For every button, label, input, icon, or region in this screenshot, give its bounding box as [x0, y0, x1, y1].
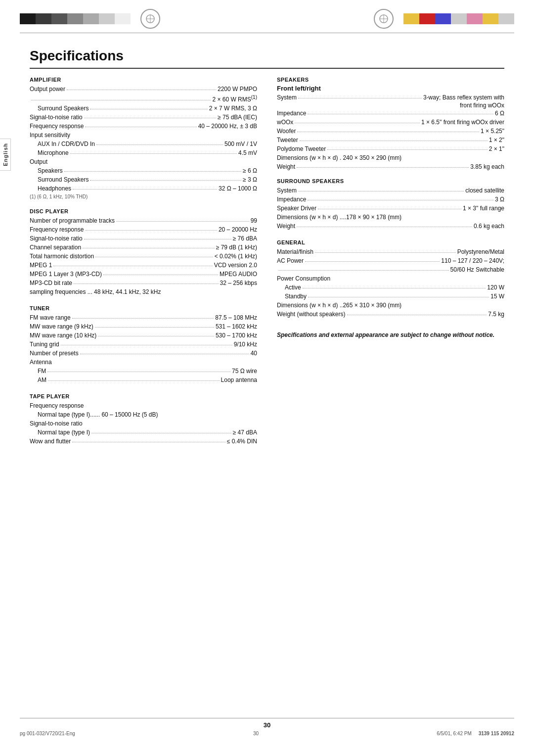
spec-plain: Signal-to-noise ratio — [30, 419, 257, 428]
spec-value: < 0.02% (1 kHz) — [215, 252, 257, 261]
color-block — [435, 13, 451, 24]
spec-dots — [47, 372, 230, 372]
color-block — [67, 13, 83, 24]
spec-value: 1 × 6.5" front firing wOOx driver — [421, 118, 504, 127]
spec-row: Number of programmable tracks 99 — [30, 216, 257, 225]
spec-label: Weight — [277, 162, 295, 171]
spec-dots — [96, 144, 223, 145]
spec-plain: Frequency response — [30, 401, 257, 410]
spec-row: AC Power 110 – 127 / 220 – 240V; — [277, 256, 504, 265]
spec-label: AUX In / CDR/DVD In — [38, 140, 95, 148]
spec-label: AC Power — [277, 256, 304, 265]
spec-label: Impedance — [277, 109, 306, 118]
spec-row: MW wave range (10 kHz) 530 – 1700 kHz — [30, 331, 257, 340]
color-block — [483, 13, 498, 24]
color-block — [36, 13, 51, 24]
spec-label: AM — [38, 376, 46, 384]
spec-label: Impedance — [277, 195, 306, 204]
spec-dots — [308, 200, 493, 200]
spec-label: System — [277, 93, 297, 102]
spec-value: 2200 W PMPO — [218, 85, 257, 94]
spec-label: Polydome Tweeter — [277, 144, 326, 153]
spec-plain: Power Consumption — [277, 274, 504, 283]
spec-label: Speaker Driver — [277, 204, 316, 213]
spec-value: 1 × 5.25" — [481, 127, 504, 136]
spec-label: Surround Speakers — [38, 175, 89, 184]
spec-label: sampling frequencies ... 48 kHz, 44.1 kH… — [30, 287, 161, 296]
tape-player-header: TAPE PLAYER — [30, 393, 257, 399]
left-column: AMPLIFIER Output power 2200 W PMPO 2 × 6… — [30, 77, 257, 446]
spec-row: Weight (without speakers) 7.5 kg — [277, 310, 504, 319]
spec-label: Active — [285, 283, 301, 292]
spec-label: Tweeter — [277, 136, 298, 144]
color-block — [83, 13, 99, 24]
spec-value: ≥ 79 dB (1 kHz) — [216, 243, 257, 252]
spec-dots — [278, 270, 449, 271]
spec-value: 3.85 kg each — [470, 162, 504, 171]
spec-row: Output power 2200 W PMPO — [30, 85, 257, 94]
spec-label: Speakers — [38, 166, 63, 175]
color-block — [451, 13, 467, 24]
spec-row: Dimensions (w × h × d) ....178 × 90 × 17… — [277, 213, 504, 222]
spec-label: System — [277, 186, 297, 195]
spec-dots — [298, 98, 422, 98]
spec-value: 15 W — [490, 292, 504, 301]
spec-label: Standby — [285, 292, 307, 301]
spec-row: Headphones 32 Ω – 1000 Ω — [30, 184, 257, 193]
color-block — [115, 13, 131, 24]
spec-row: Standby 15 W — [277, 292, 504, 301]
spec-row: Tuning grid 9/10 kHz — [30, 340, 257, 349]
spec-row: Signal-to-noise ratio ≥ 76 dBA — [30, 234, 257, 243]
spec-value: 531 – 1602 kHz — [216, 322, 257, 331]
spec-value: 32 Ω – 1000 Ω — [219, 184, 257, 193]
spec-row: Channel separation ≥ 79 dB (1 kHz) — [30, 243, 257, 252]
spec-row: 2 × 60 W RMS(1) — [30, 94, 257, 104]
spec-dots — [90, 109, 207, 109]
spec-row: Speaker Driver 1 × 3" full range — [277, 204, 504, 213]
spec-dots — [83, 248, 215, 248]
spec-label: Headphones — [38, 184, 71, 193]
spec-row: Signal-to-noise ratio ≥ 75 dBA (IEC) — [30, 113, 257, 122]
bottom-datetime: 6/5/01, 6:42 PM 3139 115 20912 — [437, 731, 514, 736]
spec-continuation: front firing wOOx — [277, 102, 504, 109]
spec-row: Number of presets 40 — [30, 349, 257, 358]
spec-value: ≥ 75 dBA (IEC) — [218, 113, 257, 122]
spec-value: ≥ 47 dBA — [233, 428, 257, 437]
spec-dots — [74, 284, 219, 284]
spec-label: Dimensions (w × h × d) ....178 × 90 × 17… — [277, 213, 401, 222]
spec-label: Number of presets — [30, 349, 79, 358]
spec-label: FM — [38, 367, 46, 376]
spec-value: 1 × 3" full range — [463, 204, 504, 213]
language-label: English — [2, 143, 8, 166]
language-tab: English — [0, 139, 11, 171]
spec-row: Normal tape (type I) ≥ 47 dBA — [30, 428, 257, 437]
spec-label: Frequency response — [30, 225, 84, 234]
spec-label: Material/finish — [277, 247, 313, 256]
spec-dots — [53, 266, 212, 266]
spec-dots — [95, 327, 214, 328]
spec-dots — [98, 336, 214, 336]
spec-dots — [305, 261, 440, 262]
spec-row: System 3-way; Bass reflex system with — [277, 93, 504, 102]
spec-dots — [103, 275, 218, 275]
spec-dots — [84, 118, 216, 118]
spec-value: 20 – 20000 Hz — [219, 225, 257, 234]
bottom-left-text: pg 001-032/V720/21-Eng — [20, 731, 75, 736]
spec-label: wOOx — [277, 118, 293, 127]
main-content: Specifications AMPLIFIER Output power 22… — [0, 33, 534, 461]
spec-label: Channel separation — [30, 243, 81, 252]
spec-dots — [31, 100, 211, 100]
general-header: GENERAL — [277, 239, 504, 245]
spec-row: Impedance 6 Ω — [277, 109, 504, 118]
spec-dots — [308, 297, 489, 297]
spec-label: Normal tape (type I)...... 60 – 15000 Hz… — [38, 410, 158, 419]
spec-value: VCD version 2.0 — [214, 261, 257, 270]
spec-row: Frequency response 20 – 20000 Hz — [30, 225, 257, 234]
spec-value: 9/10 kHz — [234, 340, 257, 349]
spec-dots — [61, 345, 232, 345]
spec-label: Frequency response — [30, 122, 84, 131]
page-number: 30 — [20, 721, 514, 729]
two-column-layout: AMPLIFIER Output power 2200 W PMPO 2 × 6… — [30, 77, 504, 446]
color-block — [419, 13, 435, 24]
spec-value: closed satellite — [465, 186, 504, 195]
